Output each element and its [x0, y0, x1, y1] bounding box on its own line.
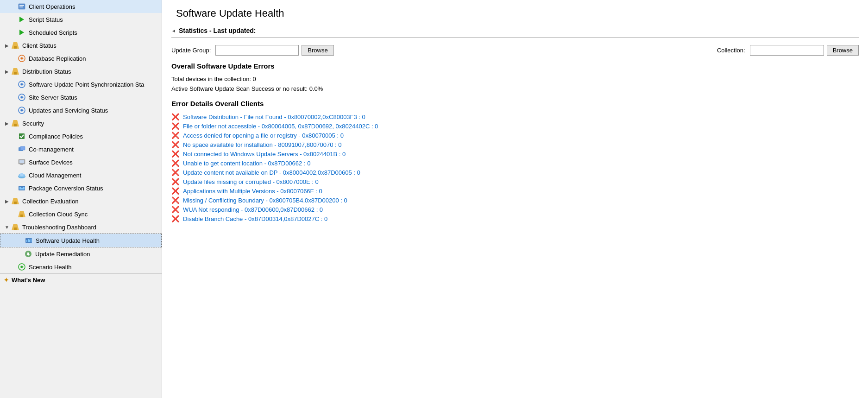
- svg-point-16: [21, 109, 23, 111]
- error-icon: ❌: [171, 178, 179, 185]
- error-icon: ❌: [171, 215, 179, 222]
- sidebar-item-cloud-management[interactable]: Cloud Management: [0, 169, 162, 182]
- collection-input[interactable]: All Desktop and Serv: [750, 45, 824, 56]
- error-link[interactable]: Unable to get content location - 0x87D00…: [183, 160, 310, 167]
- icon-scheduled-scripts: [18, 28, 26, 37]
- sidebar-item-script-status[interactable]: Script Status: [0, 13, 162, 26]
- collection-browse-button[interactable]: Browse: [827, 45, 859, 56]
- update-group-filter: Update Group: Browse: [171, 45, 334, 56]
- expand-arrow-security: ▶: [4, 121, 10, 126]
- collection-label: Collection:: [717, 47, 745, 54]
- svg-point-28: [20, 173, 24, 177]
- icon-distribution-status: [11, 67, 19, 76]
- filter-row: Update Group: Browse Collection: All Des…: [171, 45, 859, 56]
- sidebar-item-surface-devices[interactable]: Surface Devices: [0, 156, 162, 169]
- error-list-item: ❌WUA Not responding - 0x87D00600,0x87D00…: [171, 205, 859, 214]
- label-script-status: Script Status: [29, 16, 63, 23]
- sidebar-item-package-conversion-status[interactable]: Package Conversion Status: [0, 182, 162, 195]
- expand-arrow-distribution-status: ▶: [4, 69, 10, 74]
- svg-rect-32: [23, 187, 25, 190]
- icon-software-update-health: [25, 236, 33, 245]
- label-client-status: Client Status: [22, 42, 57, 49]
- label-distribution-status: Distribution Status: [22, 68, 71, 75]
- error-list-item: ❌Access denied for opening a file or reg…: [171, 131, 859, 140]
- svg-marker-4: [19, 30, 24, 35]
- icon-scenario-health: [18, 263, 26, 271]
- svg-rect-24: [20, 164, 23, 165]
- label-compliance-policies: Compliance Policies: [29, 133, 83, 140]
- update-group-input[interactable]: [215, 45, 299, 56]
- svg-rect-0: [19, 4, 25, 9]
- sidebar-item-database-replication[interactable]: Database Replication: [0, 52, 162, 65]
- sidebar-item-software-update-health[interactable]: Software Update Health: [0, 234, 162, 247]
- error-icon: ❌: [171, 196, 179, 204]
- sidebar-item-co-management[interactable]: Co-management: [0, 143, 162, 156]
- svg-rect-18: [14, 124, 17, 126]
- error-link[interactable]: Disable Branch Cache - 0x87D00314,0x87D0…: [183, 215, 327, 222]
- error-list-item: ❌Software Distribution - File not Found …: [171, 112, 859, 121]
- label-troubleshooting-dashboard: Troubleshooting Dashboard: [22, 224, 96, 231]
- sidebar-item-scheduled-scripts[interactable]: Scheduled Scripts: [0, 26, 162, 39]
- sidebar-item-client-status[interactable]: ▶Client Status: [0, 39, 162, 52]
- icon-security: [11, 119, 19, 127]
- error-list-item: ❌Applications with Multiple Versions - 0…: [171, 186, 859, 196]
- label-co-management: Co-management: [29, 146, 74, 153]
- sidebar-item-compliance-policies[interactable]: Compliance Policies: [0, 130, 162, 143]
- label-update-remediation: Update Remediation: [35, 251, 90, 258]
- label-updates-servicing-status: Updates and Servicing Status: [29, 107, 108, 114]
- svg-rect-43: [31, 239, 31, 242]
- section-collapse-arrow[interactable]: ◄: [171, 28, 176, 33]
- error-list-item: ❌No space available for installation - 8…: [171, 140, 859, 149]
- icon-updates-servicing-status: [18, 106, 26, 114]
- expand-arrow-collection-evaluation: ▶: [4, 199, 10, 204]
- icon-update-remediation: [24, 250, 32, 258]
- error-link[interactable]: Applications with Multiple Versions - 0x…: [183, 188, 322, 195]
- error-details-title: Error Details Overall Clients: [171, 100, 859, 107]
- sidebar-item-collection-cloud-sync[interactable]: Collection Cloud Sync: [0, 208, 162, 221]
- update-group-browse-button[interactable]: Browse: [302, 45, 333, 56]
- sidebar-item-troubleshooting-dashboard[interactable]: ▼Troubleshooting Dashboard: [0, 221, 162, 234]
- label-collection-cloud-sync: Collection Cloud Sync: [29, 211, 88, 218]
- error-icon: ❌: [171, 122, 179, 130]
- sidebar-item-collection-evaluation[interactable]: ▶Collection Evaluation: [0, 195, 162, 208]
- section-header-text: Statistics - Last updated:: [179, 27, 256, 34]
- error-link[interactable]: File or folder not accessible - 0x800040…: [183, 123, 378, 130]
- error-icon: ❌: [171, 159, 179, 167]
- sidebar-item-security[interactable]: ▶Security: [0, 117, 162, 130]
- error-link[interactable]: WUA Not responding - 0x87D00600,0x87D006…: [183, 206, 323, 213]
- total-devices-stat: Total devices in the collection: 0: [171, 76, 859, 82]
- svg-rect-40: [26, 240, 27, 242]
- error-link[interactable]: No space available for installation - 80…: [183, 141, 342, 148]
- sidebar-item-client-operations[interactable]: Client Operations: [0, 0, 162, 13]
- svg-point-14: [21, 96, 23, 98]
- error-link[interactable]: Update content not available on DP - 0x8…: [183, 169, 360, 176]
- error-list-item: ❌Unable to get content location - 0x87D0…: [171, 158, 859, 168]
- sidebar-item-software-update-point-sync[interactable]: Software Update Point Synchronization St…: [0, 78, 162, 91]
- error-list-item: ❌File or folder not accessible - 0x80004…: [171, 121, 859, 131]
- sidebar-item-updates-servicing-status[interactable]: Updates and Servicing Status: [0, 104, 162, 117]
- error-icon: ❌: [171, 206, 179, 213]
- whats-new-label: What's New: [12, 277, 45, 284]
- sidebar-item-scenario-health[interactable]: Scenario Health: [0, 260, 162, 273]
- label-software-update-health: Software Update Health: [36, 237, 100, 244]
- error-icon: ❌: [171, 132, 179, 139]
- active-scan-stat: Active Software Update Scan Success or n…: [171, 85, 859, 92]
- icon-cloud-management: [18, 171, 26, 179]
- svg-rect-42: [29, 240, 30, 242]
- sidebar-item-update-remediation[interactable]: Update Remediation: [0, 247, 162, 260]
- error-list-item: ❌Update content not available on DP - 0x…: [171, 168, 859, 177]
- error-link[interactable]: Not connected to Windows Update Servers …: [183, 151, 346, 158]
- error-link[interactable]: Update files missing or corrupted - 0x80…: [183, 178, 319, 185]
- whats-new-section[interactable]: ✦What's New: [0, 273, 162, 286]
- sidebar-item-distribution-status[interactable]: ▶Distribution Status: [0, 65, 162, 78]
- svg-rect-6: [14, 46, 17, 49]
- svg-rect-21: [20, 146, 25, 150]
- label-software-update-point-sync: Software Update Point Synchronization St…: [29, 81, 144, 88]
- sidebar-item-site-server-status[interactable]: Site Server Status: [0, 91, 162, 104]
- error-link[interactable]: Software Distribution - File not Found -…: [183, 114, 365, 120]
- svg-point-8: [21, 57, 23, 59]
- error-link[interactable]: Missing / Conflicting Boundary - 0x80070…: [183, 197, 347, 204]
- sidebar: Client OperationsScript StatusScheduled …: [0, 0, 162, 398]
- error-link[interactable]: Access denied for opening a file or regi…: [183, 132, 344, 139]
- error-list: ❌Software Distribution - File not Found …: [171, 112, 859, 223]
